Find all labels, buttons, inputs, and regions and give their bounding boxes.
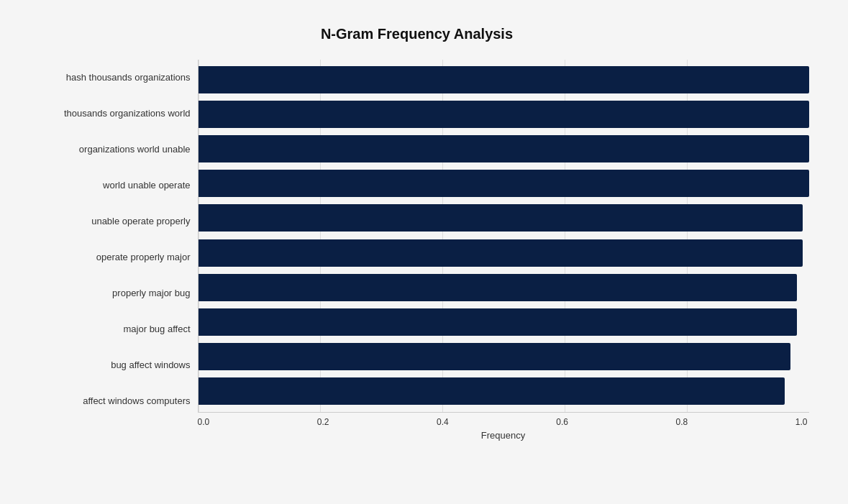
bar-row — [199, 238, 809, 268]
y-label: major bug affect — [25, 324, 191, 335]
bar-row — [199, 307, 809, 337]
y-label: organizations world unable — [25, 144, 191, 155]
x-tick: 0.6 — [556, 417, 568, 427]
bar-row — [199, 99, 809, 129]
x-tick: 0.4 — [437, 417, 449, 427]
bars-area — [198, 60, 809, 413]
chart-container: N-Gram Frequency Analysis hash thousands… — [18, 12, 831, 493]
y-label: affect windows computers — [25, 395, 191, 407]
bar-row — [199, 203, 809, 233]
bar-row — [199, 342, 809, 372]
x-tick: 1.0 — [795, 417, 808, 427]
bar-row — [199, 65, 809, 95]
bar — [199, 101, 809, 128]
bar — [199, 66, 809, 93]
bar-row — [199, 134, 809, 164]
bar-row — [199, 168, 809, 198]
chart-area: hash thousands organizationsthousands or… — [25, 60, 809, 441]
bar — [199, 343, 791, 370]
bar — [199, 239, 803, 267]
y-label: unable operate properly — [25, 216, 191, 227]
x-tick: 0.0 — [198, 417, 210, 427]
x-axis: 0.00.20.40.60.81.0 — [198, 413, 809, 427]
bar — [199, 204, 803, 232]
y-axis-labels: hash thousands organizationsthousands or… — [25, 60, 198, 441]
bar-row — [199, 272, 809, 303]
y-label: bug affect windows — [25, 359, 191, 371]
x-tick: 0.2 — [317, 417, 329, 427]
y-label: thousands organizations world — [25, 108, 191, 119]
bar — [199, 274, 797, 301]
bar — [199, 308, 797, 336]
y-label: hash thousands organizations — [25, 72, 191, 83]
chart-title: N-Gram Frequency Analysis — [25, 26, 809, 42]
y-label: operate properly major — [25, 252, 191, 263]
bar — [199, 135, 809, 162]
bar — [199, 170, 809, 197]
bar-row — [199, 376, 809, 406]
x-axis-label: Frequency — [198, 430, 809, 441]
bars-and-xaxis: 0.00.20.40.60.81.0 Frequency — [198, 60, 809, 441]
bar — [199, 377, 785, 405]
y-label: world unable operate — [25, 180, 191, 191]
y-label: properly major bug — [25, 288, 191, 299]
x-tick: 0.8 — [676, 417, 688, 427]
